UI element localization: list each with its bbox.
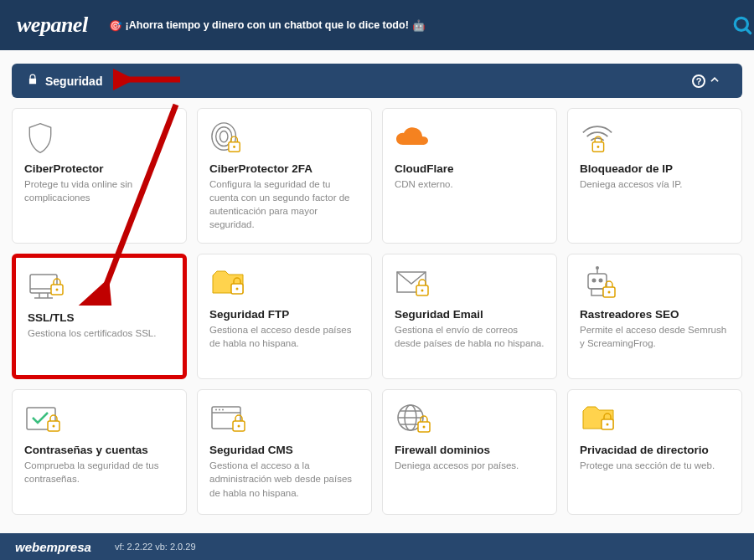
cards-grid: CiberProtector Protege tu vida online si… (0, 98, 754, 525)
card-title: CiberProtector (24, 162, 104, 175)
svg-point-20 (421, 290, 424, 292)
svg-point-15 (56, 289, 59, 291)
svg-point-8 (597, 146, 600, 148)
lock-icon (27, 74, 45, 88)
robot-lock-icon (580, 266, 618, 301)
card-ssl-tls[interactable]: SSL/TLS Gestiona los certificados SSL. (12, 254, 187, 379)
card-title: Bloqueador de IP (580, 162, 673, 175)
svg-point-6 (233, 146, 235, 148)
card-title: CloudFlare (395, 162, 454, 175)
card-ciberprotector-2fa[interactable]: CiberProtector 2FA Configura la segurida… (197, 108, 372, 244)
card-title: Firewall dominios (395, 444, 490, 456)
svg-point-34 (215, 409, 217, 411)
svg-point-31 (53, 425, 55, 428)
search-icon[interactable] (732, 15, 754, 40)
svg-point-35 (219, 409, 220, 411)
footer-version: vf: 2.2.22 vb: 2.0.29 (115, 542, 196, 552)
cloudflare-icon (395, 121, 435, 156)
app-header: wepanel 🎯 ¡Ahorra tiempo y dinero con un… (0, 0, 754, 50)
card-desc: Deniega accesos por países. (395, 459, 519, 472)
card-bloqueador-ip[interactable]: Bloqueador de IP Deniega accesos vía IP. (567, 108, 742, 244)
fingerprint-lock-icon (209, 121, 245, 156)
chevron-up-icon[interactable] (709, 74, 727, 88)
card-privacidad-directorio[interactable]: Privacidad de directorio Protege una sec… (567, 389, 742, 515)
svg-point-47 (607, 424, 609, 426)
card-seguridad-email[interactable]: Seguridad Email Gestiona el envío de cor… (382, 254, 557, 379)
section-title: Seguridad (45, 74, 102, 88)
footer-logo: webempresa (15, 540, 91, 554)
card-title: Seguridad FTP (209, 308, 289, 321)
target-icon: 🎯 (109, 19, 122, 32)
app-footer: webempresa vf: 2.2.22 vb: 2.0.29 (0, 533, 754, 560)
card-desc: Comprueba la seguridad de tus contraseña… (24, 459, 174, 486)
card-desc: Protege tu vida online sin complicacione… (24, 177, 174, 204)
card-firewall-dominios[interactable]: Firewall dominios Deniega accesos por pa… (382, 389, 557, 515)
card-desc: Gestiona el acceso desde países de habla… (209, 323, 359, 350)
svg-point-36 (222, 409, 224, 411)
svg-rect-21 (588, 274, 607, 289)
card-title: CiberProtector 2FA (209, 162, 312, 175)
section-container: Seguridad ? (0, 50, 754, 98)
envelope-lock-icon (395, 266, 433, 301)
folder-lock-icon (580, 402, 618, 437)
card-desc: Gestiona los certificados SSL. (28, 326, 156, 340)
card-desc: Protege una sección de tu web. (580, 459, 715, 472)
card-desc: Configura la seguridad de tu cuenta con … (209, 177, 359, 231)
card-title: Rastreadores SEO (580, 308, 679, 321)
card-contrasenas-cuentas[interactable]: Contraseñas y cuentas Comprueba la segur… (12, 389, 187, 515)
monitor-lock-icon (28, 270, 66, 305)
card-seguridad-cms[interactable]: Seguridad CMS Gestiona el acceso a la ad… (197, 389, 372, 515)
card-title: Seguridad Email (395, 308, 483, 321)
help-icon[interactable]: ? (692, 74, 705, 88)
robot-icon: 🤖 (412, 19, 426, 32)
card-desc: Gestiona el acceso a la administración w… (209, 459, 359, 499)
window-lock-icon (209, 402, 248, 437)
svg-point-38 (238, 425, 240, 428)
card-title: Contraseñas y cuentas (24, 444, 148, 456)
card-ciberprotector[interactable]: CiberProtector Protege tu vida online si… (12, 108, 187, 244)
svg-point-45 (423, 426, 426, 429)
promo-text: ¡Ahorra tiempo y dinero con un chatbot q… (126, 19, 409, 31)
svg-rect-26 (591, 289, 603, 295)
card-cloudflare[interactable]: CloudFlare CDN externo. (382, 108, 557, 244)
svg-line-1 (746, 28, 750, 33)
svg-point-25 (596, 266, 599, 270)
svg-point-23 (599, 279, 603, 283)
wifi-lock-icon (580, 121, 615, 156)
card-rastreadores-seo[interactable]: Rastreadores SEO Permite el acceso desde… (567, 254, 742, 379)
svg-point-22 (592, 279, 596, 283)
svg-point-17 (236, 288, 239, 290)
folder-lock-icon (209, 266, 248, 301)
card-desc: Gestiona el envío de correos desde paíse… (395, 323, 545, 350)
card-desc: CDN externo. (395, 177, 453, 191)
section-header-seguridad[interactable]: Seguridad ? (12, 64, 742, 98)
card-desc: Deniega accesos vía IP. (580, 177, 683, 191)
globe-lock-icon (395, 402, 433, 437)
card-title: SSL/TLS (28, 311, 75, 324)
card-title: Privacidad de directorio (580, 444, 709, 456)
svg-point-4 (219, 131, 228, 141)
card-title: Seguridad CMS (209, 444, 293, 456)
check-lock-icon (24, 402, 63, 437)
card-seguridad-ftp[interactable]: Seguridad FTP Gestiona el acceso desde p… (197, 254, 372, 379)
svg-point-28 (608, 291, 611, 294)
app-logo: wepanel (17, 13, 88, 38)
card-desc: Permite el acceso desde Semrush y Scream… (580, 323, 730, 350)
promo-banner: 🎯 ¡Ahorra tiempo y dinero con un chatbot… (109, 19, 426, 32)
shield-icon (24, 121, 56, 156)
